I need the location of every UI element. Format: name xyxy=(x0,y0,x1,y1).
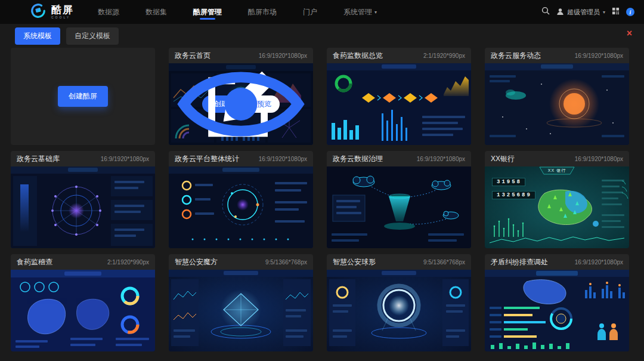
template-grid: 创建酷屏 政务云首页 16:9/1920*1080px xyxy=(11,48,633,351)
template-tabs: 系统模板 自定义模板 × xyxy=(0,24,644,48)
template-card[interactable]: 食药监数据总览 2:1/1920*990px xyxy=(327,48,471,145)
tab-custom-templates[interactable]: 自定义模板 xyxy=(66,27,119,45)
template-card[interactable]: 政务云数据治理 16:9/1920*1080px xyxy=(327,151,471,248)
qr-code-icon[interactable] xyxy=(612,7,620,17)
template-title: 智慧公安魔方 xyxy=(175,257,218,267)
template-title: 政务云基础库 xyxy=(17,154,60,164)
template-card[interactable]: 政务云基础库 16:9/1920*1080px xyxy=(11,151,155,248)
info-icon[interactable]: i xyxy=(626,8,634,16)
card-header: 政务云平台整体统计 16:9/1920*1080px xyxy=(169,151,313,166)
template-size: 16:9/1920*1080px xyxy=(259,156,307,162)
logo-icon xyxy=(30,2,47,21)
card-header: 食药监稽查 2:1/1920*990px xyxy=(11,254,155,270)
card-header: 政务云数据治理 16:9/1920*1080px xyxy=(327,151,471,166)
template-thumbnail[interactable] xyxy=(485,270,629,351)
template-card[interactable]: 智慧公安球形 9:5/1366*768px xyxy=(327,254,471,351)
card-header: 政务云基础库 16:9/1920*1080px xyxy=(11,151,155,166)
chevron-down-icon: ▾ xyxy=(603,10,605,15)
template-size: 16:9/1920*1080px xyxy=(417,156,465,162)
template-thumbnail[interactable]: XX 银行 31958 1325689 xyxy=(485,166,629,248)
template-card[interactable]: 政务云服务动态 16:9/1920*1080px xyxy=(485,48,629,145)
card-header: 政务云服务动态 16:9/1920*1080px xyxy=(485,48,629,63)
template-title: 食药监数据总览 xyxy=(333,51,383,61)
template-thumbnail[interactable] xyxy=(327,166,471,248)
template-title: 政务云数据治理 xyxy=(333,154,383,164)
template-thumbnail[interactable]: 创建 预览 xyxy=(169,63,313,145)
template-title: 政务云首页 xyxy=(175,51,210,61)
template-thumbnail[interactable] xyxy=(11,270,155,351)
template-title: 政务云服务动态 xyxy=(491,51,541,61)
user-menu[interactable]: 超级管理员 ▾ xyxy=(556,8,605,17)
template-size: 2:1/1920*990px xyxy=(107,259,149,266)
template-thumbnail[interactable] xyxy=(11,166,155,248)
search-icon[interactable] xyxy=(541,7,550,17)
nav-item-system-manage[interactable]: 系统管理▾ xyxy=(343,0,377,24)
user-icon xyxy=(556,8,564,17)
card-header: 政务云首页 16:9/1920*1080px xyxy=(169,48,313,63)
bank-counter-2: 1325689 xyxy=(492,191,535,199)
card-header: 矛盾纠纷排查调处 16:9/1920*1080px xyxy=(485,254,629,270)
preview-template-button[interactable]: 预览 xyxy=(245,95,280,113)
template-size: 9:5/1366*768px xyxy=(423,259,465,266)
thumbnail-art xyxy=(11,270,155,351)
bank-thumb-title: XX 银行 xyxy=(485,168,629,174)
bank-counter-1: 31958 xyxy=(492,178,525,186)
thumbnail-art xyxy=(169,166,313,248)
template-size: 9:5/1366*768px xyxy=(265,259,307,266)
app-logo[interactable]: 酷屏 COOLY xyxy=(30,2,74,21)
template-card[interactable]: 政务云平台整体统计 16:9/1920*1080px xyxy=(169,151,313,248)
logo-subtext: COOLY xyxy=(51,16,74,19)
create-screen-card: 创建酷屏 xyxy=(11,48,155,145)
topbar: 酷屏 COOLY 数据源 数据集 酷屏管理 酷屏市场 门户 系统管理▾ 超级管理… xyxy=(0,0,644,24)
template-thumbnail[interactable] xyxy=(485,63,629,145)
main-nav: 数据源 数据集 酷屏管理 酷屏市场 门户 系统管理▾ xyxy=(98,0,377,24)
nav-item-screen-manage[interactable]: 酷屏管理 xyxy=(193,0,222,24)
template-thumbnail[interactable] xyxy=(169,166,313,248)
nav-item-portal[interactable]: 门户 xyxy=(303,0,317,24)
template-thumbnail[interactable] xyxy=(169,270,313,351)
user-name: 超级管理员 xyxy=(567,8,600,17)
create-screen-button[interactable]: 创建酷屏 xyxy=(58,86,108,107)
thumbnail-art xyxy=(485,63,629,145)
template-title: XX银行 xyxy=(491,154,515,164)
card-header: XX银行 16:9/1920*1080px xyxy=(485,151,629,166)
thumbnail-art xyxy=(11,166,155,248)
thumbnail-art xyxy=(327,63,471,145)
tab-system-templates[interactable]: 系统模板 xyxy=(15,27,60,45)
template-title: 食药监稽查 xyxy=(17,257,52,267)
template-thumbnail[interactable] xyxy=(327,270,471,351)
template-thumbnail[interactable] xyxy=(327,63,471,145)
template-title: 矛盾纠纷排查调处 xyxy=(491,257,548,267)
chevron-down-icon: ▾ xyxy=(374,10,377,15)
template-card[interactable]: XX银行 16:9/1920*1080px XX 银行 31958 1 xyxy=(485,151,629,248)
template-title: 智慧公安球形 xyxy=(333,257,376,267)
template-card[interactable]: 食药监稽查 2:1/1920*990px xyxy=(11,254,155,351)
template-size: 16:9/1920*1080px xyxy=(575,156,623,162)
nav-item-datasource[interactable]: 数据源 xyxy=(98,0,119,24)
template-title: 政务云平台整体统计 xyxy=(175,154,239,164)
template-size: 16:9/1920*1080px xyxy=(259,53,307,59)
template-card[interactable]: 智慧公安魔方 9:5/1366*768px xyxy=(169,254,313,351)
card-header: 食药监数据总览 2:1/1920*990px xyxy=(327,48,471,63)
template-size: 2:1/1920*990px xyxy=(423,53,465,59)
nav-item-dataset[interactable]: 数据集 xyxy=(145,0,167,24)
thumbnail-art xyxy=(169,270,313,351)
template-size: 16:9/1920*1080px xyxy=(575,53,623,59)
template-card[interactable]: 政务云首页 16:9/1920*1080px xyxy=(169,48,313,145)
card-header: 智慧公安魔方 9:5/1366*768px xyxy=(169,254,313,270)
topbar-right: 超级管理员 ▾ i xyxy=(541,7,634,17)
template-size: 16:9/1920*1080px xyxy=(575,259,623,266)
close-icon[interactable]: × xyxy=(627,29,632,38)
card-header: 智慧公安球形 9:5/1366*768px xyxy=(327,254,471,270)
thumbnail-art xyxy=(327,166,471,248)
nav-item-screen-market[interactable]: 酷屏市场 xyxy=(248,0,277,24)
thumbnail-art xyxy=(327,270,471,351)
template-size: 16:9/1920*1080px xyxy=(101,156,149,162)
thumbnail-hover-overlay: 创建 预览 xyxy=(169,63,313,145)
thumbnail-art xyxy=(485,270,629,351)
logo-text: 酷屏 xyxy=(51,5,74,15)
template-card[interactable]: 矛盾纠纷排查调处 16:9/1920*1080px xyxy=(485,254,629,351)
